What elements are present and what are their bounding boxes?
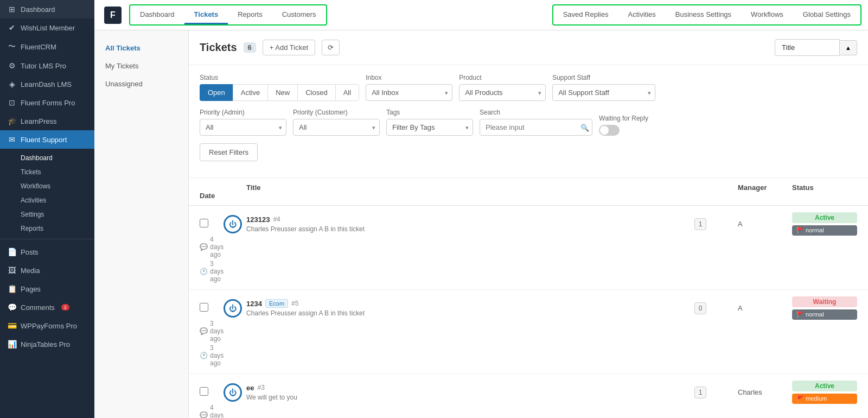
sidebar-item-label: Fluent Support <box>21 136 67 144</box>
nav-tab-activities[interactable]: Activities <box>618 5 665 24</box>
panel-link-all-tickets[interactable]: All Tickets <box>94 39 188 57</box>
filter-status-group: Status Open Active New Closed All <box>200 74 359 101</box>
sidebar-item-learnpress[interactable]: 🎓 LearnPress <box>0 112 94 130</box>
sidebar-item-wppayforms[interactable]: 💳 WPPayForms Pro <box>0 316 94 335</box>
nav-tab-business-settings[interactable]: Business Settings <box>666 5 741 24</box>
product-filter-label: Product <box>459 74 546 81</box>
product-select-wrap: All Products <box>459 84 546 101</box>
nav-tab-customers[interactable]: Customers <box>272 5 326 24</box>
status-filter-label: Status <box>200 74 359 81</box>
title-sort-caret[interactable]: ▲ <box>840 40 857 55</box>
sidebar-item-label: Media <box>21 267 40 275</box>
sidebar-sub-activities[interactable]: Activities <box>0 193 94 207</box>
sidebar-item-fluentsupport[interactable]: ✉ Fluent Support <box>0 130 94 149</box>
row-checkbox[interactable] <box>200 387 208 396</box>
table-row[interactable]: ⏻ 1234 Ecom #5 Charles Preusser assign A… <box>189 290 868 374</box>
priority-customer-select[interactable]: All <box>293 119 380 136</box>
sidebar-sub-dashboard[interactable]: Dashboard <box>0 151 94 165</box>
col-status: Status <box>792 183 857 192</box>
ticket-number: #3 <box>257 384 264 391</box>
sidebar-item-ninjatables[interactable]: 📊 NinjaTables Pro <box>0 335 94 353</box>
power-icon: ⏻ <box>224 299 242 318</box>
col-replies <box>694 183 738 192</box>
sidebar-item-label: Comments <box>21 303 55 312</box>
ninjatables-icon: 📊 <box>8 340 16 349</box>
nav-tab-reports[interactable]: Reports <box>228 5 272 24</box>
top-nav: F Dashboard Tickets Reports Customers Sa… <box>94 0 868 30</box>
panel-link-my-tickets[interactable]: My Tickets <box>94 57 188 75</box>
status-cell: Active 🚩 normal <box>792 212 857 236</box>
fluentsupport-icon: ✉ <box>8 135 16 144</box>
nav-tab-workflows[interactable]: Workflows <box>741 5 793 24</box>
reset-filters-button[interactable]: Reset Filters <box>200 143 258 161</box>
col-manager: Manager <box>738 183 792 192</box>
tags-select[interactable]: Filter By Tags <box>386 119 473 136</box>
ticket-title-row: 123123 #4 <box>246 216 694 224</box>
nav-tab-dashboard[interactable]: Dashboard <box>130 5 184 24</box>
row-checkbox[interactable] <box>200 219 208 227</box>
search-filter-label: Search <box>480 109 592 116</box>
sidebar-item-learndash[interactable]: ◈ LearnDash LMS <box>0 75 94 93</box>
ticket-number: #4 <box>273 216 280 223</box>
sidebar-item-dashboard[interactable]: ⊞ Dashboard <box>0 0 94 18</box>
ticket-name: ee <box>246 384 254 392</box>
nav-tab-tickets[interactable]: Tickets <box>184 5 228 24</box>
sidebar-item-media[interactable]: 🖼 Media <box>0 261 94 280</box>
sidebar-sub-workflows[interactable]: Workflows <box>0 179 94 193</box>
panel-link-unassigned[interactable]: Unassigned <box>94 75 188 93</box>
inbox-select[interactable]: All Inbox <box>366 84 452 101</box>
nav-group-2: Saved Replies Activities Business Settin… <box>552 4 861 26</box>
filter-row-2: Priority (Admin) All Priority (Customer)… <box>200 109 857 136</box>
sidebar-item-comments[interactable]: 💬 Comments 2 <box>0 298 94 316</box>
table-row[interactable]: ⏻ ee #3 We will get to you 1 Charles Act… <box>189 374 868 418</box>
priority-admin-select[interactable]: All <box>200 119 286 136</box>
date-comment: 💬4 days ago <box>200 236 219 258</box>
refresh-button[interactable]: ⟳ <box>322 40 340 55</box>
sidebar-item-tutorlms[interactable]: ⚙ Tutor LMS Pro <box>0 56 94 75</box>
sidebar-sub-settings[interactable]: Settings <box>0 207 94 221</box>
ticket-desc: Charles Preusser assign A B in this tick… <box>246 225 694 233</box>
date-cell: 💬3 days ago 🕐3 days ago <box>200 320 219 367</box>
sidebar-sub-tickets[interactable]: Tickets <box>0 165 94 179</box>
table-row[interactable]: ⏻ 123123 #4 Charles Preusser assign A B … <box>189 206 868 290</box>
filter-row-3: Reset Filters <box>200 143 857 161</box>
row-checkbox[interactable] <box>200 303 208 312</box>
sidebar-item-fluentforms[interactable]: ⊡ Fluent Forms Pro <box>0 93 94 112</box>
tags-select-wrap: Filter By Tags <box>386 119 473 136</box>
manager-name: Charles <box>738 388 792 396</box>
staff-select[interactable]: All Support Staff <box>552 84 655 101</box>
status-btn-active[interactable]: Active <box>233 84 267 101</box>
status-btn-open[interactable]: Open <box>200 84 233 101</box>
sidebar-item-posts[interactable]: 📄 Posts <box>0 243 94 261</box>
inbox-filter-label: Inbox <box>366 74 452 81</box>
filter-search-group: Search 🔍 <box>480 109 592 136</box>
status-btn-closed[interactable]: Closed <box>297 84 335 101</box>
waiting-toggle[interactable] <box>599 125 620 136</box>
title-sort-select[interactable]: Title <box>775 39 840 56</box>
sidebar-item-fluentcrm[interactable]: 〜 FluentCRM <box>0 37 94 56</box>
filter-waiting-group: Waiting for Reply <box>599 115 648 136</box>
sidebar-item-wishlist[interactable]: ✔ WishList Member <box>0 18 94 37</box>
tutorlms-icon: ⚙ <box>8 61 16 70</box>
wishlist-icon: ✔ <box>8 23 16 32</box>
sidebar-item-label: LearnPress <box>21 117 56 125</box>
add-ticket-button[interactable]: + Add Ticket <box>263 40 315 55</box>
priority-badge: 🚩 normal <box>792 309 857 320</box>
row-checkbox-cell <box>200 303 219 313</box>
nav-tab-saved-replies[interactable]: Saved Replies <box>553 5 618 24</box>
manager-name: A <box>738 220 792 228</box>
search-input[interactable] <box>480 119 592 136</box>
left-panel: All Tickets My Tickets Unassigned <box>94 30 189 418</box>
product-select[interactable]: All Products <box>459 84 546 101</box>
status-btn-new[interactable]: New <box>267 84 297 101</box>
date-cell: 💬4 days ago 🕐2 days ago <box>200 404 219 418</box>
media-icon: 🖼 <box>8 266 16 275</box>
nav-tab-global-settings[interactable]: Global Settings <box>793 5 860 24</box>
date-update: 🕐3 days ago <box>200 344 219 367</box>
sidebar-item-label: NinjaTables Pro <box>21 340 70 349</box>
ticket-desc: We will get to you <box>246 394 694 401</box>
reply-count-cell: 1 <box>694 387 738 398</box>
sidebar-item-pages[interactable]: 📋 Pages <box>0 280 94 298</box>
sidebar-sub-reports[interactable]: Reports <box>0 221 94 236</box>
status-btn-all[interactable]: All <box>335 84 359 101</box>
